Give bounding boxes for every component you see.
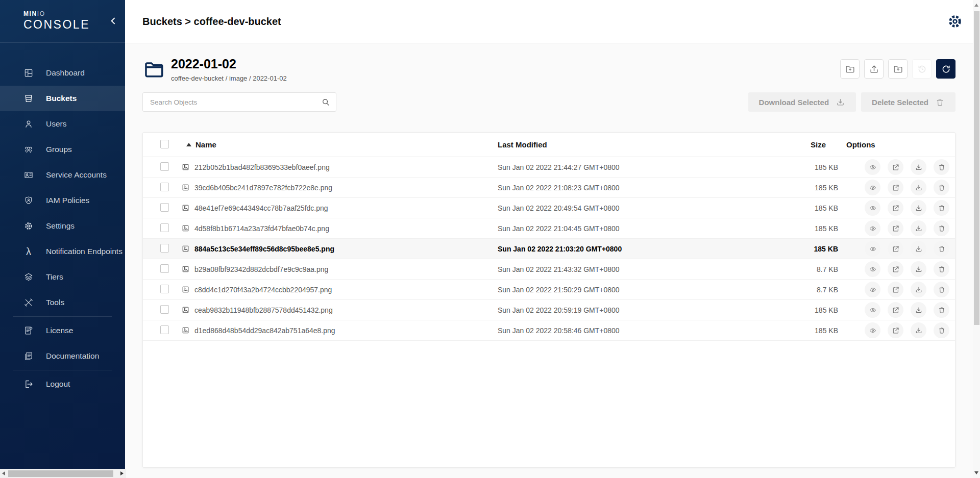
sidebar-item-tools[interactable]: Tools xyxy=(0,290,125,315)
download-selected-button[interactable]: Download Selected xyxy=(748,92,856,112)
download-object-button[interactable] xyxy=(911,261,926,277)
table-row[interactable]: 212b052b1bad482fb8369533ebf0aeef.png Sun… xyxy=(143,157,955,178)
horizontal-scrollbar-thumb[interactable] xyxy=(8,470,113,477)
object-name[interactable]: b29a08fbf92342d882dcbdf7e9c9c9aa.png xyxy=(194,265,328,273)
share-object-button[interactable] xyxy=(888,241,903,257)
sidebar-item-dashboard[interactable]: Dashboard xyxy=(0,60,125,86)
scroll-up-arrow-icon[interactable] xyxy=(974,4,978,7)
download-object-button[interactable] xyxy=(911,241,926,257)
object-name[interactable]: d1ed868d48b54dd29ac842ab751a64e8.png xyxy=(194,326,335,335)
rewind-button[interactable] xyxy=(912,59,932,79)
scroll-right-arrow-icon[interactable] xyxy=(120,471,124,475)
vertical-scrollbar-thumb[interactable] xyxy=(974,11,979,325)
delete-object-button[interactable] xyxy=(934,282,949,297)
search-input[interactable] xyxy=(142,92,336,112)
upload-file-button[interactable] xyxy=(864,59,884,79)
preview-object-button[interactable] xyxy=(865,302,880,318)
row-checkbox[interactable] xyxy=(160,203,169,212)
preview-object-button[interactable] xyxy=(865,241,880,257)
row-checkbox[interactable] xyxy=(160,183,169,191)
download-object-button[interactable] xyxy=(911,180,926,195)
delete-object-button[interactable] xyxy=(934,180,949,195)
delete-object-button[interactable] xyxy=(934,322,949,338)
share-object-button[interactable] xyxy=(888,159,903,175)
sidebar-item-settings[interactable]: Settings xyxy=(0,213,125,239)
horizontal-scrollbar[interactable] xyxy=(0,469,126,478)
row-checkbox[interactable] xyxy=(160,244,169,253)
object-name[interactable]: 212b052b1bad482fb8369533ebf0aeef.png xyxy=(194,163,330,171)
preview-object-button[interactable] xyxy=(865,322,880,338)
delete-object-button[interactable] xyxy=(934,261,949,277)
preview-object-button[interactable] xyxy=(865,220,880,236)
sidebar-item-users[interactable]: Users xyxy=(0,111,125,137)
breadcrumb[interactable]: Buckets > coffee-dev-bucket xyxy=(142,16,281,28)
preview-object-button[interactable] xyxy=(865,180,880,195)
object-name[interactable]: 48e41ef7e69c443494cc78b7aaf25fdc.png xyxy=(194,204,328,212)
row-checkbox[interactable] xyxy=(160,305,169,314)
sidebar-item-service-accounts[interactable]: Service Accounts xyxy=(0,162,125,188)
vertical-scrollbar[interactable] xyxy=(973,0,980,478)
object-name[interactable]: ceab9832b11948bfb2887578dd451432.png xyxy=(194,306,333,314)
table-row[interactable]: 39cd6b405bc241d7897e782fcb722e8e.png Sun… xyxy=(143,178,955,198)
object-name[interactable]: 39cd6b405bc241d7897e782fcb722e8e.png xyxy=(194,184,332,192)
sidebar-item-logout[interactable]: Logout xyxy=(0,371,125,397)
scroll-left-arrow-icon[interactable] xyxy=(2,471,5,475)
download-object-button[interactable] xyxy=(911,282,926,297)
share-object-button[interactable] xyxy=(888,302,903,318)
column-header-name[interactable]: Name xyxy=(171,140,498,149)
download-object-button[interactable] xyxy=(911,220,926,236)
download-object-button[interactable] xyxy=(911,200,926,216)
sidebar-item-license[interactable]: License xyxy=(0,318,125,343)
sidebar-item-buckets[interactable]: Buckets xyxy=(0,86,125,111)
table-row[interactable]: ceab9832b11948bfb2887578dd451432.png Sun… xyxy=(143,300,955,320)
sidebar-item-notification-endpoints[interactable]: λ Notification Endpoints xyxy=(0,239,125,264)
sidebar-item-iam-policies[interactable]: IAM Policies xyxy=(0,188,125,213)
share-object-button[interactable] xyxy=(888,200,903,216)
delete-object-button[interactable] xyxy=(934,200,949,216)
share-object-button[interactable] xyxy=(888,261,903,277)
download-object-button[interactable] xyxy=(911,322,926,338)
scroll-down-arrow-icon[interactable] xyxy=(974,471,978,474)
preview-object-button[interactable] xyxy=(865,159,880,175)
sidebar-item-tiers[interactable]: Tiers xyxy=(0,264,125,290)
row-checkbox[interactable] xyxy=(160,162,169,171)
download-object-button[interactable] xyxy=(911,159,926,175)
preview-object-button[interactable] xyxy=(865,261,880,277)
column-header-last-modified[interactable]: Last Modified xyxy=(498,140,717,149)
new-path-button[interactable] xyxy=(840,59,860,79)
delete-object-button[interactable] xyxy=(934,220,949,236)
preview-object-button[interactable] xyxy=(865,200,880,216)
share-object-button[interactable] xyxy=(888,180,903,195)
object-name[interactable]: 4d58f8b1b6714a23a73fd47bfae0b74c.png xyxy=(194,224,329,233)
object-path-breadcrumb[interactable]: coffee-dev-bucket / image / 2022-01-02 xyxy=(171,74,287,82)
row-checkbox[interactable] xyxy=(160,264,169,273)
sidebar-item-documentation[interactable]: Documentation xyxy=(0,343,125,369)
delete-object-button[interactable] xyxy=(934,159,949,175)
share-object-button[interactable] xyxy=(888,220,903,236)
select-all-checkbox[interactable] xyxy=(160,140,169,148)
delete-object-button[interactable] xyxy=(934,241,949,257)
table-row[interactable]: c8dd4c1d270f43a2b4724ccbb2204957.png Sun… xyxy=(143,280,955,300)
delete-selected-button[interactable]: Delete Selected xyxy=(861,92,955,112)
share-object-button[interactable] xyxy=(888,322,903,338)
table-row[interactable]: 4d58f8b1b6714a23a73fd47bfae0b74c.png Sun… xyxy=(143,218,955,239)
delete-object-button[interactable] xyxy=(934,302,949,318)
table-row[interactable]: b29a08fbf92342d882dcbdf7e9c9c9aa.png Sun… xyxy=(143,259,955,280)
table-row[interactable]: 48e41ef7e69c443494cc78b7aaf25fdc.png Sun… xyxy=(143,198,955,218)
object-name[interactable]: c8dd4c1d270f43a2b4724ccbb2204957.png xyxy=(194,286,332,294)
preview-object-button[interactable] xyxy=(865,282,880,297)
table-row[interactable]: d1ed868d48b54dd29ac842ab751a64e8.png Sun… xyxy=(143,320,955,341)
upload-folder-button[interactable] xyxy=(888,59,908,79)
sidebar-item-groups[interactable]: Groups xyxy=(0,137,125,162)
share-object-button[interactable] xyxy=(888,282,903,297)
gear-icon[interactable] xyxy=(946,13,964,30)
row-checkbox[interactable] xyxy=(160,223,169,232)
sidebar-collapse-button[interactable] xyxy=(108,16,118,26)
download-object-button[interactable] xyxy=(911,302,926,318)
table-row-highlighted[interactable]: 884a5c13c5e34eff89c56d8c95bee8e5.png Sun… xyxy=(143,239,955,259)
object-name[interactable]: 884a5c13c5e34eff89c56d8c95bee8e5.png xyxy=(194,245,334,253)
column-header-size[interactable]: Size xyxy=(717,140,840,149)
row-checkbox[interactable] xyxy=(160,325,169,334)
row-checkbox[interactable] xyxy=(160,285,169,293)
refresh-button[interactable] xyxy=(936,59,955,79)
